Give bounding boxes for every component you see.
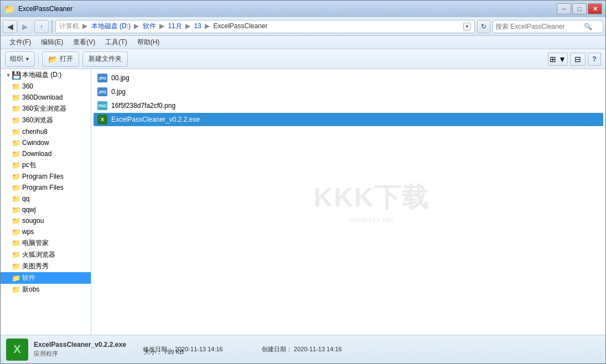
tree-label: 360浏览器 [22, 116, 53, 125]
menu-file[interactable]: 文件(F) [5, 37, 35, 48]
tree-label: 360安全浏览器 [22, 104, 66, 113]
refresh-button[interactable]: ↻ [477, 20, 490, 33]
tree-item-pc[interactable]: 📁 pc包 [1, 159, 91, 171]
content-area: ▼ 💾 本地磁盘 (D:) 📁 360 📁 360Download 📁 360安… [1, 69, 605, 335]
watermark-text2: www.kkx.net [314, 215, 430, 224]
tree-item-360[interactable]: 📁 360 [1, 81, 91, 92]
png-icon: PNG [97, 101, 108, 111]
title-bar-left: 📁 ExcelPassCleaner [4, 4, 72, 14]
nav-bar: ◀ ▶ ↑ 计算机 ▶ 本地磁盘 (D:) ▶ 软件 ▶ 11月 ▶ 13 ▶ … [1, 17, 605, 36]
tree-label: 360 [22, 82, 33, 90]
tree-item-drive[interactable]: ▼ 💾 本地磁盘 (D:) [1, 69, 91, 81]
menu-tools[interactable]: 工具(T) [101, 37, 131, 48]
file-item-png[interactable]: PNG 16f5f238d7fa2cf0.png [94, 99, 603, 112]
folder-icon: 📁 [12, 195, 20, 202]
watermark-text1: KKK下载 [314, 180, 430, 215]
menu-help[interactable]: 帮助(H) [133, 37, 164, 48]
file-item-0jpg[interactable]: JPG 0.jpg [94, 85, 603, 98]
tree-item-360browser-safe[interactable]: 📁 360安全浏览器 [1, 103, 91, 115]
tree-item-download[interactable]: 📁 Download [1, 148, 91, 159]
tree-item-firefox[interactable]: 📁 火狐浏览器 [1, 249, 91, 261]
folder-title-icon: 📁 [4, 4, 15, 14]
tree-label: pc包 [22, 160, 36, 170]
open-button[interactable]: 📂 打开 [42, 51, 79, 67]
forward-button[interactable]: ▶ [18, 20, 32, 33]
help-button[interactable]: ? [588, 53, 601, 66]
main-window: 📁 ExcelPassCleaner ─ □ ✕ ◀ ▶ ↑ 计算机 ▶ 本地磁… [0, 0, 606, 364]
search-input[interactable] [495, 23, 584, 30]
tree-label: 美图秀秀 [22, 262, 49, 271]
tree-item-program-files-1[interactable]: 📁 Program Files [1, 171, 91, 182]
maximize-button[interactable]: □ [572, 3, 587, 14]
minimize-button[interactable]: ─ [557, 3, 571, 14]
nav-divider [51, 20, 53, 33]
tree-label: chenhu8 [22, 128, 48, 136]
file-name: 00.jpg [111, 74, 130, 82]
folder-icon: 📁 [12, 105, 20, 113]
folder-icon: 📁 [12, 184, 20, 191]
folder-icon: 📁 [12, 150, 20, 158]
file-name: ExcelPassCleaner_v0.2.2.exe [111, 116, 200, 123]
close-button[interactable]: ✕ [588, 3, 602, 14]
open-icon: 📂 [48, 55, 58, 64]
new-folder-button[interactable]: 新建文件夹 [82, 51, 128, 67]
search-bar[interactable]: 🔍 [493, 20, 603, 33]
tree-label: qqwj [22, 206, 36, 214]
folder-icon: 📁 [12, 206, 20, 214]
back-button[interactable]: ◀ [3, 20, 17, 33]
tree-label: Program Files [22, 173, 64, 180]
menu-edit[interactable]: 编辑(E) [37, 37, 68, 48]
tree-item-meitu[interactable]: 📁 美图秀秀 [1, 261, 91, 272]
folder-icon: 📁 [12, 286, 20, 294]
status-bar: X ExcelPassCleaner_v0.2.2.exe 应用程序 修改日期：… [1, 335, 605, 363]
size-value: 799 KB [164, 349, 184, 355]
toolbar-right: ⊞ ▼ ⊟ ? [548, 53, 601, 66]
view-change-button[interactable]: ⊞ ▼ [548, 53, 568, 66]
folder-icon: 📁 [12, 228, 20, 236]
address-dropdown-button[interactable]: ▼ [463, 23, 471, 30]
tree-label: Program Files [22, 184, 64, 191]
tree-label: 软件 [22, 273, 35, 283]
nav-back-forward: ◀ ▶ [3, 20, 32, 33]
tree-item-cwindow[interactable]: 📁 Cwindow [1, 137, 91, 148]
address-bar[interactable]: 计算机 ▶ 本地磁盘 (D:) ▶ 软件 ▶ 11月 ▶ 13 ▶ ExcelP… [55, 20, 475, 33]
up-button[interactable]: ↑ [34, 20, 49, 33]
file-list[interactable]: JPG 00.jpg JPG 0.jpg PNG 16f5f238d7 [91, 69, 605, 335]
tree-item-360browser[interactable]: 📁 360浏览器 [1, 115, 91, 126]
folder-icon: 📁 [12, 162, 20, 169]
size-label: 大小： [144, 349, 162, 355]
open-label: 打开 [60, 54, 73, 64]
menu-view[interactable]: 查看(V) [69, 37, 100, 48]
tree-item-newobs[interactable]: 📁 新obs [1, 284, 91, 295]
drive-icon: 💾 [12, 71, 20, 79]
file-name: 16f5f238d7fa2cf0.png [111, 102, 175, 110]
tree-item-pc-manager[interactable]: 📁 电脑管家 [1, 237, 91, 249]
folder-icon: 📁 [12, 263, 20, 271]
search-icon: 🔍 [584, 23, 592, 30]
tree-item-qqwj[interactable]: 📁 qqwj [1, 204, 91, 215]
view-pane-button[interactable]: ⊟ [570, 53, 586, 66]
tree-label: 电脑管家 [22, 238, 49, 248]
tree-item-qq[interactable]: 📁 qq [1, 193, 91, 204]
status-size: 大小： 799 KB [144, 348, 184, 356]
menu-bar: 文件(F) 编辑(E) 查看(V) 工具(T) 帮助(H) [1, 36, 605, 49]
expand-icon[interactable]: ▼ [5, 72, 12, 79]
tree-label: qq [22, 195, 29, 202]
tree-item-360download[interactable]: 📁 360Download [1, 92, 91, 103]
file-item-00jpg[interactable]: JPG 00.jpg [94, 71, 603, 85]
tree-item-software[interactable]: 📁 软件 [1, 272, 91, 284]
address-text: 计算机 ▶ 本地磁盘 (D:) ▶ 软件 ▶ 11月 ▶ 13 ▶ ExcelP… [59, 22, 268, 31]
tree-item-chenhu8[interactable]: 📁 chenhu8 [1, 126, 91, 137]
tree-item-sougou[interactable]: 📁 sougou [1, 215, 91, 226]
status-meta-size: 大小： 799 KB [144, 348, 184, 356]
folder-icon: 📁 [12, 274, 20, 282]
tree-label: wps [22, 228, 34, 236]
tree-item-program-files-2[interactable]: 📁 Program Files [1, 182, 91, 193]
status-details: ExcelPassCleaner_v0.2.2.exe 应用程序 [34, 341, 126, 358]
tree-label: 360Download [22, 93, 63, 101]
tree-item-wps[interactable]: 📁 wps [1, 226, 91, 237]
title-bar: 📁 ExcelPassCleaner ─ □ ✕ [1, 1, 605, 17]
folder-tree[interactable]: ▼ 💾 本地磁盘 (D:) 📁 360 📁 360Download 📁 360安… [1, 69, 91, 335]
organize-button[interactable]: 组织 ▼ [5, 51, 35, 67]
file-item-exe[interactable]: X ExcelPassCleaner_v0.2.2.exe [94, 113, 603, 126]
